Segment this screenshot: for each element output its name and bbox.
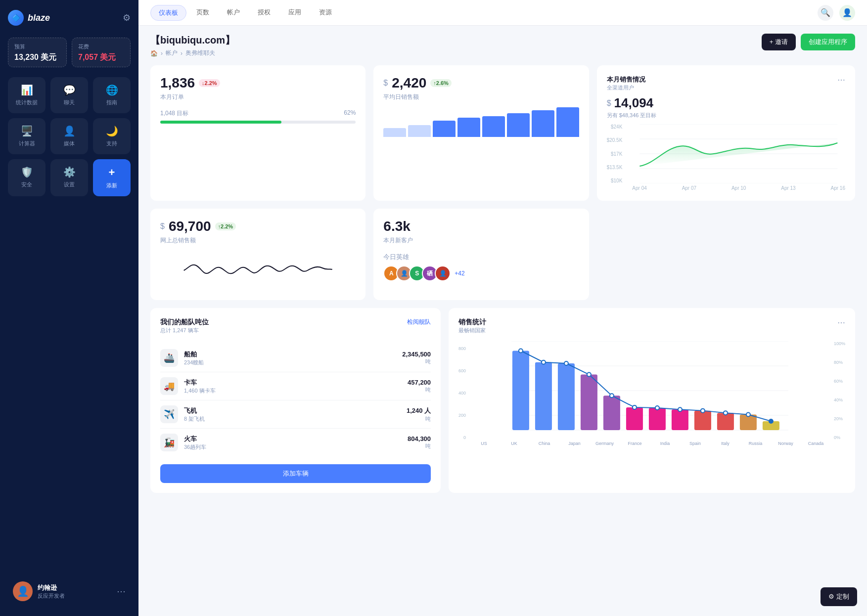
orders-label: 本月订单	[160, 93, 356, 101]
plane-info: 飞机 8 架飞机	[184, 406, 205, 423]
bar-chart-svg-container: US UK China Japan Germany France India S…	[469, 341, 831, 446]
content-area: 1,836 ↓2.2% 本月订单 1,048 目标 62% $	[138, 61, 867, 616]
page-title: 【biqubiqu.com】	[150, 34, 235, 47]
top-nav-icons: 🔍 👤	[818, 5, 855, 21]
fleet-link[interactable]: 检阅舰队	[407, 318, 431, 326]
search-icon[interactable]: 🔍	[818, 5, 833, 21]
user-avatar: 👤	[13, 581, 33, 601]
avg-sales-label: 平均日销售额	[383, 93, 579, 101]
total-sales-label: 网上总销售额	[160, 236, 356, 245]
user-profile-icon[interactable]: 👤	[839, 5, 855, 21]
create-app-button[interactable]: 创建应用程序	[801, 34, 855, 50]
user-area: 👤 约翰逊 反应开发者 ⋯	[8, 576, 131, 606]
fleet-item-ship: 🚢 船舶 234艘船 2,345,500 吨	[160, 344, 431, 372]
fleet-subtitle: 总计 1,247 辆车	[160, 327, 209, 334]
svg-rect-12	[558, 363, 575, 430]
sidebar-item-add[interactable]: + 添新	[93, 159, 131, 196]
sidebar-settings-icon[interactable]: ⚙	[123, 12, 131, 23]
svg-rect-13	[581, 375, 597, 431]
guide-label: 指南	[106, 99, 117, 106]
page-header: 【biqubiqu.com】 🏠 › 帐户 › 奥弗维耶夫 + 邀请 创建应用程…	[138, 26, 867, 61]
analytics-icon: 📊	[21, 84, 33, 96]
plane-icon: ✈️	[160, 405, 178, 423]
bar-4	[457, 118, 480, 137]
more-dots-icon[interactable]: ⋯	[837, 75, 845, 85]
invite-button[interactable]: + 邀请	[762, 34, 796, 50]
spacer-card	[597, 209, 855, 300]
avg-sales-badge: ↑2.6%	[430, 79, 452, 87]
sidebar-item-calculator[interactable]: 🖥️ 计算器	[8, 118, 46, 154]
second-stats-row: $ 69,700 ↑2.2% 网上总销售额 6.3k 本月新客户 今日英雄	[150, 209, 855, 300]
user-more-icon[interactable]: ⋯	[117, 586, 126, 597]
mini-bar-chart	[383, 107, 579, 137]
expense-card: 花费 7,057 美元	[72, 38, 131, 67]
orders-badge: ↓2.2%	[199, 79, 220, 87]
svg-rect-11	[535, 362, 552, 430]
fleet-title: 我们的船队吨位	[160, 318, 209, 327]
svg-rect-16	[649, 408, 666, 430]
orders-value: 1,836 ↓2.2%	[160, 75, 356, 91]
home-icon: 🏠	[150, 50, 158, 57]
monthly-sales-card: 本月销售情况 全渠道用户 ⋯ $ 14,094 另有 $48,346 至目标	[597, 65, 855, 201]
sidebar-item-analytics[interactable]: 📊 统计数据	[8, 77, 46, 113]
svg-rect-15	[626, 407, 643, 430]
bar-7	[532, 110, 554, 137]
security-label: 安全	[21, 181, 32, 188]
add-vehicle-button[interactable]: 添加车辆	[160, 464, 431, 483]
bar-6	[507, 113, 530, 137]
sales-stats-subtitle: 最畅销国家	[458, 327, 486, 334]
svg-point-25	[587, 373, 591, 377]
sales-stats-more-icon[interactable]: ⋯	[837, 318, 845, 327]
progress-row: 1,048 目标 62%	[160, 109, 356, 118]
sidebar-item-security[interactable]: 🛡️ 安全	[8, 159, 46, 196]
sales-card-title-area: 本月销售情况 全渠道用户	[607, 75, 645, 95]
sidebar-item-chat[interactable]: 💬 聊天	[50, 77, 88, 113]
customize-button[interactable]: ⚙ 定制	[821, 587, 857, 606]
ship-icon: 🚢	[160, 349, 178, 367]
tab-auth[interactable]: 授权	[250, 5, 278, 21]
tab-accounts[interactable]: 帐户	[219, 5, 248, 21]
settings-label: 设置	[64, 181, 75, 188]
sidebar-item-support[interactable]: 🌙 支持	[93, 118, 131, 154]
svg-rect-19	[717, 413, 734, 430]
plane-value: 1,240 人 吨	[407, 406, 431, 423]
fleet-header: 我们的船队吨位 总计 1,247 辆车 检阅舰队	[160, 318, 431, 342]
tab-pages[interactable]: 页数	[188, 5, 217, 21]
sidebar-item-settings[interactable]: ⚙️ 设置	[50, 159, 88, 196]
sidebar-item-media[interactable]: 👤 媒体	[50, 118, 88, 154]
stats-row: 1,836 ↓2.2% 本月订单 1,048 目标 62% $	[150, 65, 855, 201]
chart-with-labels: $24K $20.5K $17K $13.5K $10K	[607, 124, 845, 191]
total-sales-value: $ 69,700 ↑2.2%	[160, 219, 356, 234]
breadcrumb-accounts: 帐户	[166, 49, 178, 57]
sales-chart-svg	[469, 341, 831, 440]
heroes-section: 今日英雄 A 👤 S 硒 👤 +42	[383, 253, 579, 281]
breadcrumb: 🏠 › 帐户 › 奥弗维耶夫	[150, 49, 235, 57]
tab-apps[interactable]: 应用	[280, 5, 309, 21]
train-value: 804,300 吨	[408, 435, 431, 450]
tab-resources[interactable]: 资源	[311, 5, 340, 21]
expense-value: 7,057 美元	[78, 52, 124, 62]
add-label: 添新	[106, 182, 117, 189]
bar-5	[482, 116, 505, 137]
fleet-items: 🚢 船舶 234艘船 2,345,500 吨 🚚 卡车	[160, 344, 431, 456]
hero-count: +42	[455, 270, 464, 277]
sales-stats-title-area: 销售统计 最畅销国家	[458, 318, 486, 339]
user-name: 约翰逊	[38, 583, 65, 592]
avg-sales-value: $ 2,420 ↑2.6%	[383, 75, 579, 91]
sales-stats-header: 销售统计 最畅销国家 ⋯	[458, 318, 845, 339]
guide-icon: 🌐	[106, 84, 118, 96]
add-icon: +	[109, 166, 115, 179]
bar-3	[433, 121, 456, 137]
sidebar-item-guide[interactable]: 🌐 指南	[93, 77, 131, 113]
media-icon: 👤	[63, 125, 76, 137]
new-customers-card: 6.3k 本月新客户 今日英雄 A 👤 S 硒 👤 +42	[373, 209, 589, 300]
sales-stats-title: 销售统计	[458, 318, 486, 327]
tab-dashboard[interactable]: 仪表板	[150, 5, 186, 21]
budget-row: 预算 13,230 美元 花费 7,057 美元	[8, 38, 131, 67]
calculator-icon: 🖥️	[21, 125, 33, 137]
media-label: 媒体	[64, 140, 75, 147]
nav-tabs: 仪表板 页数 帐户 授权 应用 资源	[150, 5, 340, 21]
svg-rect-10	[512, 351, 529, 431]
user-info: 约翰逊 反应开发者	[38, 583, 65, 600]
line-chart-svg	[632, 124, 845, 183]
